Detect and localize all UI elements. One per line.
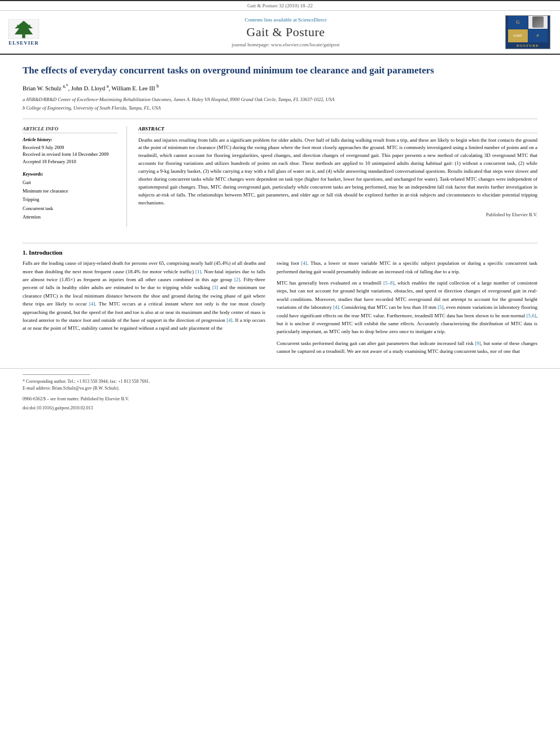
revised-date: Received in revised form 14 December 200… [23,151,117,158]
abstract-text: Deaths and injuries resulting from falls… [138,137,537,207]
elsevier-label: ELSEVIER [8,40,39,46]
journal-logo-area: G GAIT P POSTURE [502,15,553,49]
journal-header-center: Contents lists available at ScienceDirec… [75,15,497,49]
affiliation-a: a HSR&D/RR&D Center of Excellence-Maximi… [23,96,537,103]
keyword-mtc: Minimum toe clearance [23,187,117,195]
journal-title: Gait & Posture [247,25,325,40]
journal-logo-text: POSTURE [517,43,539,49]
published-by: Published by Elsevier B.V. [138,212,537,217]
elsevier-logo: ELSEVIER [7,19,41,46]
divider [23,119,537,119]
intro-paragraph-3: MTC has generally been evaluated on a tr… [277,279,537,336]
intro-paragraph-2: swing foot [4]. Thus, a lower or more va… [277,259,537,276]
keyword-concurrent: Concurrent task [23,204,117,213]
svg-point-3 [29,24,30,25]
abstract-title: ABSTRACT [138,126,537,133]
article-info-title: ARTICLE INFO [23,126,117,133]
abstract-section: ABSTRACT Deaths and injuries resulting f… [138,126,537,228]
intro-paragraph-1: Falls are the leading cause of injury-re… [23,259,265,333]
doi-text: doi:doi:10.1016/j.gaitpost.2010.02.013 [23,405,537,410]
history-title: Article history: [23,137,117,142]
sciencedirect-link[interactable]: Contents lists available at ScienceDirec… [245,17,327,23]
intro-paragraph-4: Concurrent tasks performed during gait c… [277,339,537,356]
column-right: swing foot [4]. Thus, a lower or more va… [277,243,537,359]
journal-homepage: journal homepage: www.elsevier.com/locat… [232,42,340,47]
copyright-footnote: 0966-6362/$ – see front matter. Publishe… [23,396,537,403]
corresponding-author: * Corresponding author. Tel.: +1 813 558… [23,378,537,386]
article-authors: Brian W. Schulz a,*, John D. Lloyd a, Wi… [23,83,537,93]
journal-logo-box: G GAIT P POSTURE [505,15,550,49]
article-title: The effects of everyday concurrent tasks… [23,64,537,77]
top-bar: Gait & Posture 32 (2010) 18–22 [0,0,560,11]
keyword-gait: Gait [23,178,117,187]
column-left: 1. Introduction Falls are the leading ca… [23,243,265,359]
footer-section: * Corresponding author. Tel.: +1 813 558… [0,368,560,414]
svg-point-2 [17,24,18,25]
elsevier-tree-icon [7,19,41,39]
keywords-list: Gait Minimum toe clearance Tripping Conc… [23,178,117,221]
article-body: 1. Introduction Falls are the leading ca… [0,243,560,359]
intro-heading: 1. Introduction [23,249,265,256]
elsevier-logo-area: ELSEVIER [7,15,69,49]
info-section: ARTICLE INFO Article history: Received 9… [23,126,537,228]
article-history-group: Article history: Received 9 July 2009 Re… [23,137,117,165]
page: Gait & Posture 32 (2010) 18–22 ELSEVIER … [0,0,560,747]
journal-citation: Gait & Posture 32 (2010) 18–22 [247,3,313,8]
keywords-title: Keywords: [23,171,117,177]
email-footnote: E-mail address: Brian.Schulz@va.gov (B.W… [23,385,537,392]
journal-header: ELSEVIER Contents lists available at Sci… [0,11,560,55]
accepted-date: Accepted 18 February 2010 [23,158,117,165]
keywords-group: Keywords: Gait Minimum toe clearance Tri… [23,171,117,221]
article-info-panel: ARTICLE INFO Article history: Received 9… [23,126,127,228]
footnote-divider [23,374,90,375]
affiliation-b: b College of Engineering, University of … [23,104,537,112]
received-date: Received 9 July 2009 [23,144,117,151]
keyword-tripping: Tripping [23,195,117,204]
keyword-attention: Attention [23,213,117,221]
article-content: The effects of everyday concurrent tasks… [0,55,560,243]
